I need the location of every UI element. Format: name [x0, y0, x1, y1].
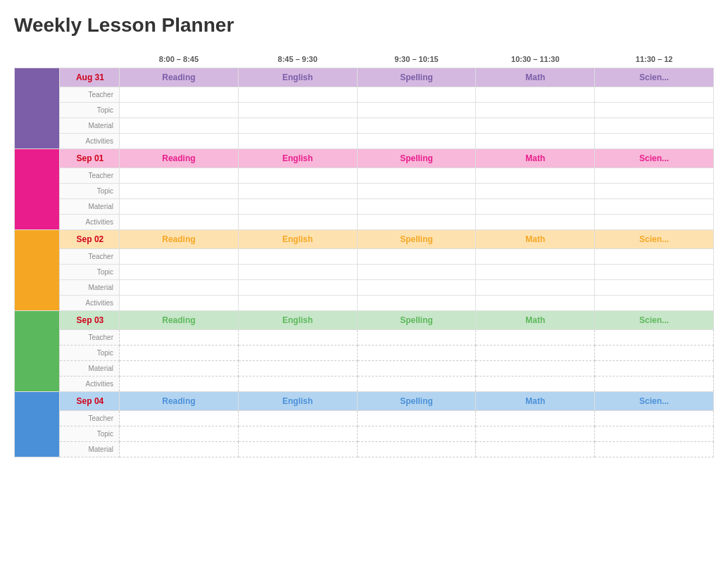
- thu-activities-english[interactable]: [238, 377, 357, 392]
- tue-topic-english[interactable]: [238, 184, 357, 199]
- wed-teacher-reading[interactable]: [120, 249, 239, 265]
- thu-material-reading[interactable]: [120, 361, 239, 377]
- wed-topic-english[interactable]: [238, 265, 357, 280]
- wed-teacher-english[interactable]: [238, 249, 357, 265]
- thu-teacher-spelling[interactable]: [357, 330, 476, 346]
- mon-topic-spelling[interactable]: [357, 103, 476, 118]
- wed-teacher-math[interactable]: [476, 249, 595, 265]
- wed-topic-reading[interactable]: [120, 265, 239, 280]
- mon-teacher-math[interactable]: [476, 87, 595, 103]
- mon-material-english[interactable]: [238, 118, 357, 134]
- wed-activities-spelling[interactable]: [357, 296, 476, 311]
- mon-activities-reading[interactable]: [120, 134, 239, 149]
- fri-topic-reading[interactable]: [120, 426, 239, 442]
- fri-topic-math[interactable]: [476, 426, 595, 442]
- time-slot-3: 9:30 – 10:15: [357, 51, 476, 68]
- tue-topic-spelling[interactable]: [357, 184, 476, 199]
- wed-material-science[interactable]: [595, 280, 714, 296]
- fri-topic-row: Topic: [15, 426, 714, 442]
- thu-activities-math[interactable]: [476, 377, 595, 392]
- wed-material-math[interactable]: [476, 280, 595, 296]
- fri-teacher-spelling[interactable]: [357, 411, 476, 426]
- mon-material-science[interactable]: [595, 118, 714, 134]
- tue-material-reading[interactable]: [120, 199, 239, 215]
- tue-material-english[interactable]: [238, 199, 357, 215]
- mon-material-reading[interactable]: [120, 118, 239, 134]
- fri-teacher-reading[interactable]: [120, 411, 239, 426]
- tue-material-math[interactable]: [476, 199, 595, 215]
- wed-spelling: Spelling: [357, 230, 476, 249]
- tue-activities-spelling[interactable]: [357, 215, 476, 230]
- mon-topic-english[interactable]: [238, 103, 357, 118]
- mon-activities-english[interactable]: [238, 134, 357, 149]
- tue-activities-math[interactable]: [476, 215, 595, 230]
- fri-topic-spelling[interactable]: [357, 426, 476, 442]
- fri-topic-english[interactable]: [238, 426, 357, 442]
- tue-activities-science[interactable]: [595, 215, 714, 230]
- wed-activities-english[interactable]: [238, 296, 357, 311]
- fri-material-math[interactable]: [476, 442, 595, 457]
- fri-material-spelling[interactable]: [357, 442, 476, 457]
- thu-teacher-reading[interactable]: [120, 330, 239, 346]
- tue-material-science[interactable]: [595, 199, 714, 215]
- tue-teacher-math[interactable]: [476, 168, 595, 184]
- wed-topic-spelling[interactable]: [357, 265, 476, 280]
- fri-teacher-science[interactable]: [595, 411, 714, 426]
- mon-teacher-science[interactable]: [595, 87, 714, 103]
- mon-topic-math[interactable]: [476, 103, 595, 118]
- wed-topic-math[interactable]: [476, 265, 595, 280]
- mon-math: Math: [476, 68, 595, 87]
- fri-material-reading[interactable]: [120, 442, 239, 457]
- wed-activities-science[interactable]: [595, 296, 714, 311]
- mon-material-spelling[interactable]: [357, 118, 476, 134]
- thu-topic-spelling[interactable]: [357, 346, 476, 361]
- thu-topic-math[interactable]: [476, 346, 595, 361]
- thu-material-math[interactable]: [476, 361, 595, 377]
- wed-activities-math[interactable]: [476, 296, 595, 311]
- thu-activities-spelling[interactable]: [357, 377, 476, 392]
- thu-teacher-english[interactable]: [238, 330, 357, 346]
- tue-topic-math[interactable]: [476, 184, 595, 199]
- fri-material-english[interactable]: [238, 442, 357, 457]
- mon-topic-reading[interactable]: [120, 103, 239, 118]
- thu-material-english[interactable]: [238, 361, 357, 377]
- fri-teacher-english[interactable]: [238, 411, 357, 426]
- thu-topic-english[interactable]: [238, 346, 357, 361]
- wed-material-spelling[interactable]: [357, 280, 476, 296]
- mon-teacher-english[interactable]: [238, 87, 357, 103]
- fri-teacher-math[interactable]: [476, 411, 595, 426]
- tue-teacher-english[interactable]: [238, 168, 357, 184]
- thu-activities-reading[interactable]: [120, 377, 239, 392]
- wed-material-english[interactable]: [238, 280, 357, 296]
- fri-teacher-row: Teacher: [15, 411, 714, 426]
- thu-teacher-science[interactable]: [595, 330, 714, 346]
- mon-teacher-reading[interactable]: [120, 87, 239, 103]
- tue-topic-science[interactable]: [595, 184, 714, 199]
- mon-activities-science[interactable]: [595, 134, 714, 149]
- fri-topic-science[interactable]: [595, 426, 714, 442]
- thu-material-spelling[interactable]: [357, 361, 476, 377]
- thu-activities-science[interactable]: [595, 377, 714, 392]
- mon-material-math[interactable]: [476, 118, 595, 134]
- tue-activities-english[interactable]: [238, 215, 357, 230]
- wed-material-reading[interactable]: [120, 280, 239, 296]
- tue-material-spelling[interactable]: [357, 199, 476, 215]
- tue-teacher-spelling[interactable]: [357, 168, 476, 184]
- mon-teacher-spelling[interactable]: [357, 87, 476, 103]
- wed-teacher-science[interactable]: [595, 249, 714, 265]
- wed-teacher-spelling[interactable]: [357, 249, 476, 265]
- wed-activities-reading[interactable]: [120, 296, 239, 311]
- wed-topic-science[interactable]: [595, 265, 714, 280]
- mon-activities-math[interactable]: [476, 134, 595, 149]
- thu-material-science[interactable]: [595, 361, 714, 377]
- tue-teacher-reading[interactable]: [120, 168, 239, 184]
- mon-activities-spelling[interactable]: [357, 134, 476, 149]
- thu-teacher-math[interactable]: [476, 330, 595, 346]
- tue-teacher-science[interactable]: [595, 168, 714, 184]
- thu-topic-reading[interactable]: [120, 346, 239, 361]
- thu-topic-science[interactable]: [595, 346, 714, 361]
- mon-topic-science[interactable]: [595, 103, 714, 118]
- tue-activities-reading[interactable]: [120, 215, 239, 230]
- fri-material-science[interactable]: [595, 442, 714, 457]
- tue-topic-reading[interactable]: [120, 184, 239, 199]
